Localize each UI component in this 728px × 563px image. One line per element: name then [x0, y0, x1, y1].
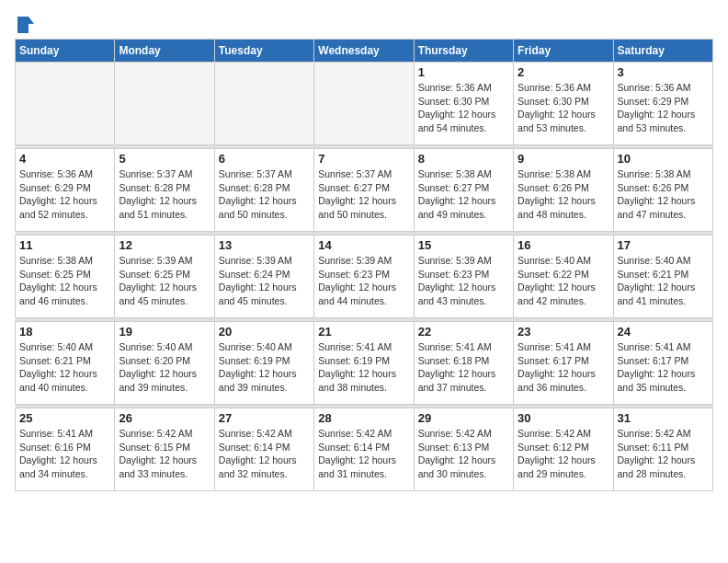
calendar-cell: 25Sunrise: 5:41 AM Sunset: 6:16 PM Dayli… — [16, 408, 115, 491]
day-info: Sunrise: 5:38 AM Sunset: 6:25 PM Dayligh… — [19, 254, 110, 308]
calendar-cell: 27Sunrise: 5:42 AM Sunset: 6:14 PM Dayli… — [214, 408, 313, 491]
calendar-cell: 21Sunrise: 5:41 AM Sunset: 6:19 PM Dayli… — [314, 322, 414, 405]
day-number: 28 — [318, 411, 409, 425]
day-info: Sunrise: 5:41 AM Sunset: 6:19 PM Dayligh… — [318, 340, 409, 395]
day-header-wednesday: Wednesday — [314, 40, 414, 63]
day-header-friday: Friday — [514, 40, 613, 63]
day-number: 24 — [618, 325, 709, 339]
calendar-cell — [214, 63, 313, 145]
calendar-cell — [314, 63, 414, 145]
day-number: 14 — [318, 238, 409, 252]
day-number: 20 — [219, 325, 310, 339]
day-info: Sunrise: 5:40 AM Sunset: 6:20 PM Dayligh… — [119, 340, 210, 395]
day-number: 25 — [19, 411, 110, 425]
calendar-cell: 1Sunrise: 5:36 AM Sunset: 6:30 PM Daylig… — [414, 63, 513, 145]
calendar-cell: 8Sunrise: 5:38 AM Sunset: 6:27 PM Daylig… — [414, 149, 513, 232]
calendar-week-row: 18Sunrise: 5:40 AM Sunset: 6:21 PM Dayli… — [16, 322, 713, 405]
day-header-saturday: Saturday — [613, 40, 712, 63]
calendar-cell: 26Sunrise: 5:42 AM Sunset: 6:15 PM Dayli… — [115, 408, 214, 491]
day-info: Sunrise: 5:38 AM Sunset: 6:26 PM Dayligh… — [618, 167, 709, 222]
calendar-cell: 3Sunrise: 5:36 AM Sunset: 6:29 PM Daylig… — [613, 63, 712, 145]
calendar-cell: 24Sunrise: 5:41 AM Sunset: 6:17 PM Dayli… — [613, 322, 712, 405]
header — [15, 15, 713, 31]
day-number: 17 — [618, 238, 709, 252]
day-info: Sunrise: 5:40 AM Sunset: 6:21 PM Dayligh… — [618, 254, 709, 308]
day-info: Sunrise: 5:39 AM Sunset: 6:23 PM Dayligh… — [418, 254, 509, 308]
calendar-cell: 28Sunrise: 5:42 AM Sunset: 6:14 PM Dayli… — [314, 408, 414, 491]
day-info: Sunrise: 5:37 AM Sunset: 6:27 PM Dayligh… — [318, 167, 409, 222]
day-info: Sunrise: 5:42 AM Sunset: 6:14 PM Dayligh… — [219, 427, 310, 481]
day-number: 16 — [518, 238, 609, 252]
calendar-cell: 11Sunrise: 5:38 AM Sunset: 6:25 PM Dayli… — [16, 236, 115, 318]
day-info: Sunrise: 5:39 AM Sunset: 6:24 PM Dayligh… — [219, 254, 310, 308]
calendar-cell: 14Sunrise: 5:39 AM Sunset: 6:23 PM Dayli… — [314, 236, 414, 318]
day-info: Sunrise: 5:40 AM Sunset: 6:21 PM Dayligh… — [19, 340, 110, 395]
day-number: 27 — [219, 411, 310, 425]
day-info: Sunrise: 5:40 AM Sunset: 6:19 PM Dayligh… — [219, 340, 310, 395]
day-number: 22 — [418, 325, 509, 339]
day-info: Sunrise: 5:40 AM Sunset: 6:22 PM Dayligh… — [518, 254, 609, 308]
day-number: 7 — [318, 152, 409, 166]
calendar-cell: 9Sunrise: 5:38 AM Sunset: 6:26 PM Daylig… — [514, 149, 613, 232]
day-number: 11 — [19, 238, 110, 252]
calendar-cell: 18Sunrise: 5:40 AM Sunset: 6:21 PM Dayli… — [16, 322, 115, 405]
day-info: Sunrise: 5:36 AM Sunset: 6:29 PM Dayligh… — [19, 167, 110, 222]
calendar-cell: 20Sunrise: 5:40 AM Sunset: 6:19 PM Dayli… — [214, 322, 313, 405]
calendar-cell: 4Sunrise: 5:36 AM Sunset: 6:29 PM Daylig… — [16, 149, 115, 232]
calendar-cell: 19Sunrise: 5:40 AM Sunset: 6:20 PM Dayli… — [115, 322, 214, 405]
day-header-tuesday: Tuesday — [214, 40, 313, 63]
calendar-cell — [16, 63, 115, 145]
day-number: 2 — [518, 65, 609, 79]
calendar-cell: 10Sunrise: 5:38 AM Sunset: 6:26 PM Dayli… — [613, 149, 712, 232]
day-info: Sunrise: 5:42 AM Sunset: 6:14 PM Dayligh… — [318, 427, 409, 481]
day-info: Sunrise: 5:37 AM Sunset: 6:28 PM Dayligh… — [119, 167, 210, 222]
day-number: 5 — [119, 152, 210, 166]
day-number: 31 — [618, 411, 709, 425]
svg-marker-0 — [17, 17, 34, 33]
calendar-week-row: 25Sunrise: 5:41 AM Sunset: 6:16 PM Dayli… — [16, 408, 713, 491]
calendar-cell: 31Sunrise: 5:42 AM Sunset: 6:11 PM Dayli… — [613, 408, 712, 491]
day-number: 30 — [518, 411, 609, 425]
day-number: 4 — [19, 152, 110, 166]
calendar-cell: 13Sunrise: 5:39 AM Sunset: 6:24 PM Dayli… — [214, 236, 313, 318]
day-number: 10 — [618, 152, 709, 166]
calendar-week-row: 1Sunrise: 5:36 AM Sunset: 6:30 PM Daylig… — [16, 63, 713, 145]
calendar-cell — [115, 63, 214, 145]
calendar-cell: 16Sunrise: 5:40 AM Sunset: 6:22 PM Dayli… — [514, 236, 613, 318]
day-info: Sunrise: 5:37 AM Sunset: 6:28 PM Dayligh… — [219, 167, 310, 222]
day-info: Sunrise: 5:36 AM Sunset: 6:29 PM Dayligh… — [618, 81, 709, 135]
day-header-thursday: Thursday — [414, 40, 513, 63]
calendar-cell: 5Sunrise: 5:37 AM Sunset: 6:28 PM Daylig… — [115, 149, 214, 232]
day-header-sunday: Sunday — [16, 40, 115, 63]
day-info: Sunrise: 5:42 AM Sunset: 6:15 PM Dayligh… — [119, 427, 210, 481]
day-info: Sunrise: 5:41 AM Sunset: 6:17 PM Dayligh… — [518, 340, 609, 395]
day-number: 18 — [19, 325, 110, 339]
day-info: Sunrise: 5:42 AM Sunset: 6:13 PM Dayligh… — [418, 427, 509, 481]
calendar-cell: 22Sunrise: 5:41 AM Sunset: 6:18 PM Dayli… — [414, 322, 513, 405]
day-number: 19 — [119, 325, 210, 339]
day-info: Sunrise: 5:41 AM Sunset: 6:16 PM Dayligh… — [19, 427, 110, 481]
day-number: 29 — [418, 411, 509, 425]
day-number: 9 — [518, 152, 609, 166]
day-info: Sunrise: 5:41 AM Sunset: 6:18 PM Dayligh… — [418, 340, 509, 395]
calendar-week-row: 11Sunrise: 5:38 AM Sunset: 6:25 PM Dayli… — [16, 236, 713, 318]
day-header-monday: Monday — [115, 40, 214, 63]
day-info: Sunrise: 5:38 AM Sunset: 6:26 PM Dayligh… — [518, 167, 609, 222]
calendar-cell: 6Sunrise: 5:37 AM Sunset: 6:28 PM Daylig… — [214, 149, 313, 232]
logo-icon — [16, 15, 36, 35]
day-number: 12 — [119, 238, 210, 252]
calendar-cell: 12Sunrise: 5:39 AM Sunset: 6:25 PM Dayli… — [115, 236, 214, 318]
day-number: 21 — [318, 325, 409, 339]
day-number: 15 — [418, 238, 509, 252]
calendar-week-row: 4Sunrise: 5:36 AM Sunset: 6:29 PM Daylig… — [16, 149, 713, 232]
day-number: 26 — [119, 411, 210, 425]
calendar-cell: 17Sunrise: 5:40 AM Sunset: 6:21 PM Dayli… — [613, 236, 712, 318]
calendar-table: SundayMondayTuesdayWednesdayThursdayFrid… — [15, 39, 713, 491]
day-number: 8 — [418, 152, 509, 166]
calendar-header-row: SundayMondayTuesdayWednesdayThursdayFrid… — [16, 40, 713, 63]
day-number: 23 — [518, 325, 609, 339]
day-info: Sunrise: 5:42 AM Sunset: 6:11 PM Dayligh… — [618, 427, 709, 481]
day-number: 1 — [418, 65, 509, 79]
day-number: 13 — [219, 238, 310, 252]
calendar-cell: 15Sunrise: 5:39 AM Sunset: 6:23 PM Dayli… — [414, 236, 513, 318]
